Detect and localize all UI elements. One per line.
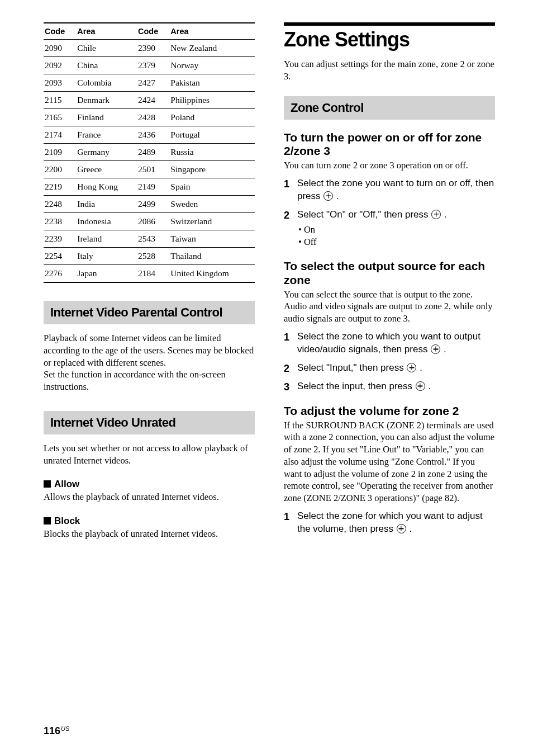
table-cell: 2093 (44, 74, 76, 92)
allow-title: Allow (54, 479, 79, 489)
block-heading: Block (44, 516, 255, 527)
table-row: 2248India2499Sweden (44, 196, 255, 213)
task1-step2-text: Select "On" or "Off," then press (297, 209, 431, 220)
table-cell: Finland (76, 109, 137, 126)
page-num-value: 116 (44, 725, 60, 736)
table-cell: 2379 (137, 57, 169, 74)
block-body: Blocks the playback of unrated Internet … (44, 528, 255, 540)
task2-step3-text: Select the input, then press (297, 381, 415, 391)
table-row: 2174France2436Portugal (44, 126, 255, 144)
table-cell: 2424 (137, 92, 169, 109)
table-cell: France (76, 126, 137, 144)
section-zone-control: Zone Control (284, 96, 495, 120)
table-cell: 2090 (44, 40, 76, 57)
table-cell: Greece (76, 161, 137, 178)
task2-step2: 2Select "Input," then press . (284, 362, 495, 375)
section-internet-video-parental: Internet Video Parental Control (44, 301, 255, 324)
table-cell: Denmark (76, 92, 137, 109)
th-code2: Code (137, 23, 169, 40)
table-cell: Taiwan (169, 230, 255, 248)
table-cell: Italy (76, 248, 137, 265)
task1-opt-on: On (298, 224, 495, 236)
page-number: 116US (44, 725, 69, 737)
table-cell: 2276 (44, 265, 76, 283)
table-cell: 2248 (44, 196, 76, 213)
table-cell: Japan (76, 265, 137, 283)
table-cell: 2184 (137, 265, 169, 283)
table-row: 2165Finland2428Poland (44, 109, 255, 126)
task2-step2-text: Select "Input," then press (297, 362, 406, 373)
table-cell: 2489 (137, 144, 169, 161)
page-region: US (61, 725, 69, 732)
table-cell: 2528 (137, 248, 169, 265)
task3-title: To adjust the volume for zone 2 (284, 404, 495, 418)
task2-step3: 3Select the input, then press . (284, 380, 495, 393)
task3-step1: 1Select the zone for which you want to a… (284, 510, 495, 536)
table-cell: 2254 (44, 248, 76, 265)
table-cell: Chile (76, 40, 137, 57)
task3-step1-text: Select the zone for which you want to ad… (297, 511, 483, 534)
task2-title: To select the output source for each zon… (284, 259, 495, 287)
table-cell: Colombia (76, 74, 137, 92)
table-cell: 2427 (137, 74, 169, 92)
table-cell: Indonesia (76, 213, 137, 230)
task1-step1: 1Select the zone you want to turn on or … (284, 177, 495, 203)
table-row: 2090Chile2390New Zealand (44, 40, 255, 57)
square-icon (44, 517, 51, 525)
table-cell: United Kingdom (169, 265, 255, 283)
table-cell: 2499 (137, 196, 169, 213)
left-column: Code Area Code Area 2090Chile2390New Zea… (44, 22, 255, 541)
enter-icon (431, 210, 441, 219)
table-row: 2115Denmark2424Philippines (44, 92, 255, 109)
enter-icon (323, 191, 333, 201)
table-cell: China (76, 57, 137, 74)
table-cell: Spain (169, 178, 255, 196)
table-cell: Hong Kong (76, 178, 137, 196)
table-row: 2200Greece2501Singapore (44, 161, 255, 178)
table-cell: 2390 (137, 40, 169, 57)
enter-icon (397, 524, 406, 533)
table-cell: Pakistan (169, 74, 255, 92)
main-title: Zone Settings (284, 28, 495, 51)
enter-icon (407, 363, 416, 372)
table-cell: 2238 (44, 213, 76, 230)
square-icon (44, 480, 51, 488)
unrated-body: Lets you set whether or not access to al… (44, 442, 255, 467)
allow-heading: Allow (44, 479, 255, 490)
table-row: 2276Japan2184United Kingdom (44, 265, 255, 283)
table-row: 2238Indonesia2086Switzerland (44, 213, 255, 230)
table-cell: 2200 (44, 161, 76, 178)
title-rule (284, 22, 495, 26)
block-title: Block (54, 516, 80, 526)
task2-step1: 1Select the zone to which you want to ou… (284, 330, 495, 356)
task2-steps: 1Select the zone to which you want to ou… (284, 330, 495, 393)
task1-title: To turn the power on or off for zone 2/z… (284, 131, 495, 159)
task3-steps: 1Select the zone for which you want to a… (284, 510, 495, 536)
table-cell: Norway (169, 57, 255, 74)
table-cell: 2165 (44, 109, 76, 126)
table-cell: 2543 (137, 230, 169, 248)
table-cell: Portugal (169, 126, 255, 144)
table-cell: India (76, 196, 137, 213)
table-cell: Singapore (169, 161, 255, 178)
table-cell: 2092 (44, 57, 76, 74)
task3-body: If the SURROUND BACK (ZONE 2) terminals … (284, 419, 495, 504)
table-cell: Sweden (169, 196, 255, 213)
th-area1: Area (76, 23, 137, 40)
section-internet-video-unrated: Internet Video Unrated (44, 411, 255, 434)
task1-steps: 1Select the zone you want to turn on or … (284, 177, 495, 248)
table-cell: 2174 (44, 126, 76, 144)
table-cell: 2086 (137, 213, 169, 230)
table-cell: Ireland (76, 230, 137, 248)
table-row: 2219Hong Kong2149Spain (44, 178, 255, 196)
right-column: Zone Settings You can adjust settings fo… (284, 22, 495, 541)
task2-step1-text: Select the zone to which you want to out… (297, 331, 480, 355)
task1-opt-off: Off (298, 236, 495, 248)
table-cell: 2501 (137, 161, 169, 178)
table-cell: 2428 (137, 109, 169, 126)
table-row: 2092China2379Norway (44, 57, 255, 74)
table-cell: Russia (169, 144, 255, 161)
table-cell: Philippines (169, 92, 255, 109)
table-cell: 2109 (44, 144, 76, 161)
table-row: 2239Ireland2543Taiwan (44, 230, 255, 248)
